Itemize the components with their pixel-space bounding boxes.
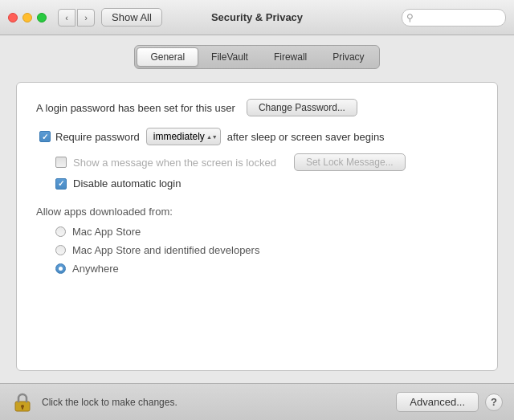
require-password-checkbox-wrapper: Require password — [39, 131, 140, 143]
after-sleep-label: after sleep or screen saver begins — [227, 131, 385, 143]
password-row: A login password has been set for this u… — [36, 99, 478, 116]
help-button[interactable]: ? — [485, 393, 503, 411]
tab-bar: General FileVault Firewall Privacy — [16, 45, 498, 69]
change-password-button[interactable]: Change Password... — [247, 99, 357, 116]
general-panel: A login password has been set for this u… — [16, 82, 498, 371]
show-message-row: Show a message when the screen is locked… — [55, 153, 478, 171]
require-password-row: Require password immediately after sleep… — [39, 128, 478, 145]
traffic-lights — [8, 13, 47, 22]
show-message-checkbox[interactable] — [55, 157, 67, 168]
search-wrapper: ⚲ — [402, 9, 506, 27]
require-password-checkbox[interactable] — [39, 131, 51, 142]
radio-item-mac-app-store-identified: Mac App Store and identified developers — [55, 244, 478, 256]
bottom-bar: Click the lock to make changes. Advanced… — [0, 383, 514, 420]
radio-group: Mac App Store Mac App Store and identifi… — [55, 226, 478, 275]
window-title: Security & Privacy — [211, 11, 303, 23]
lock-icon[interactable] — [11, 391, 34, 414]
tab-filevault[interactable]: FileVault — [198, 47, 261, 67]
radio-mac-app-store-identified[interactable] — [55, 245, 66, 255]
forward-button[interactable]: › — [77, 9, 95, 27]
maximize-button[interactable] — [37, 13, 47, 22]
tab-container: General FileVault Firewall Privacy — [134, 45, 379, 69]
radio-mac-app-store-label: Mac App Store — [72, 226, 141, 238]
require-password-label: Require password — [55, 131, 140, 143]
immediately-select-wrapper: immediately — [146, 128, 221, 145]
tab-firewall[interactable]: Firewall — [261, 47, 320, 67]
show-message-label: Show a message when the screen is locked — [73, 157, 276, 169]
close-button[interactable] — [8, 13, 18, 22]
lock-text: Click the lock to make changes. — [42, 397, 396, 408]
search-input[interactable] — [402, 9, 506, 27]
back-button[interactable]: ‹ — [58, 9, 75, 27]
password-label: A login password has been set for this u… — [36, 102, 235, 114]
tab-privacy[interactable]: Privacy — [320, 47, 377, 67]
tab-general[interactable]: General — [137, 47, 198, 67]
set-lock-message-button[interactable]: Set Lock Message... — [294, 153, 406, 171]
radio-mac-app-store-identified-label: Mac App Store and identified developers — [72, 244, 259, 256]
disable-autologin-row: Disable automatic login — [55, 177, 478, 190]
require-password-select[interactable]: immediately — [146, 128, 221, 145]
title-bar: ‹ › Show All Security & Privacy ⚲ — [0, 0, 514, 35]
radio-item-mac-app-store: Mac App Store — [55, 226, 478, 238]
radio-anywhere[interactable] — [55, 263, 66, 274]
disable-autologin-checkbox[interactable] — [55, 178, 67, 190]
allow-apps-section-title: Allow apps downloaded from: — [36, 206, 478, 218]
disable-autologin-label: Disable automatic login — [73, 177, 181, 190]
main-content: General FileVault Firewall Privacy A log… — [0, 35, 514, 383]
advanced-button[interactable]: Advanced... — [396, 392, 479, 412]
show-all-button[interactable]: Show All — [101, 8, 162, 27]
radio-item-anywhere: Anywhere — [55, 263, 478, 275]
radio-anywhere-label: Anywhere — [72, 263, 119, 275]
nav-buttons: ‹ › — [58, 9, 95, 27]
minimize-button[interactable] — [22, 13, 32, 22]
radio-mac-app-store[interactable] — [55, 226, 66, 237]
svg-rect-2 — [22, 407, 23, 410]
